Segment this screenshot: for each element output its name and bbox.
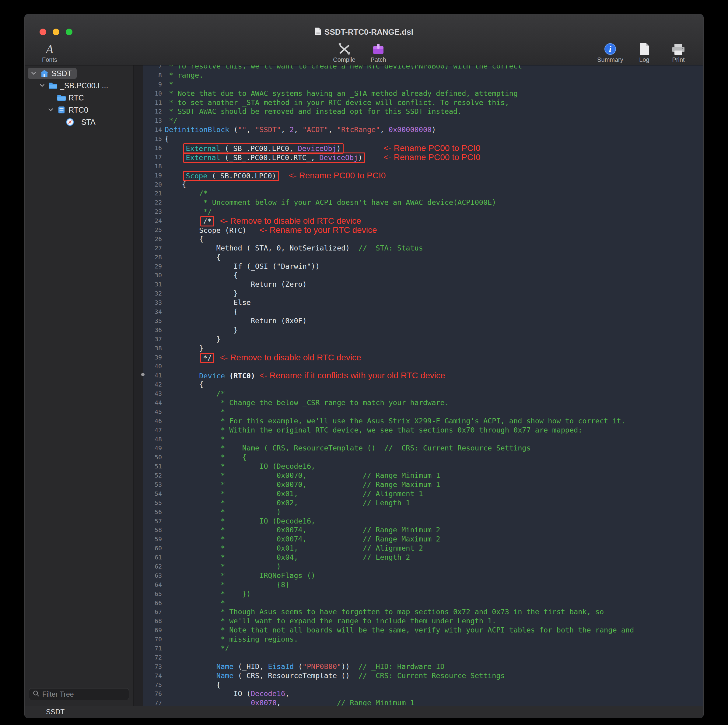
code-line: 50 * { [143, 453, 704, 462]
sidebar-item-sb-pc00-l[interactable]: _SB.PC00.L... [24, 80, 133, 92]
code-text: } [162, 335, 221, 344]
code-line: 70 * missing regions. [143, 635, 704, 644]
annotation-text: <- Remove to disable old RTC device [220, 353, 361, 362]
line-number: 54 [143, 489, 162, 499]
device-icon [56, 106, 67, 114]
sidebar-item-ssdt[interactable]: SSDT [24, 67, 133, 80]
code-line: 25 Scope (RTC) <- Rename to your RTC dev… [143, 226, 704, 235]
code-line: 33 Else [143, 298, 704, 307]
code-text: Else [162, 298, 251, 307]
search-icon [33, 690, 40, 698]
code-text: { [162, 135, 169, 144]
code-text: { [162, 253, 221, 262]
toolbar: A Fonts Compile Patch [24, 33, 704, 63]
code-line: 46 * For this example, we'll use the Asu… [143, 417, 704, 426]
line-number: 66 [143, 599, 162, 608]
summary-button[interactable]: i Summary [593, 41, 627, 63]
code-line: 74 Name (_CRS, ResourceTemplate () // _C… [143, 671, 704, 681]
sidebar-item-sta[interactable]: _STA [24, 116, 133, 128]
chevron-down-icon[interactable] [29, 72, 37, 75]
code-line: 34 { [143, 307, 704, 317]
code-text: If (_OSI ("Darwin")) [162, 262, 320, 271]
code-text: * ) [162, 508, 281, 517]
code-line: 13 */ [143, 116, 704, 125]
code-text: Return (0x0F) [162, 317, 307, 326]
code-text: Return (Zero) [162, 280, 307, 289]
code-line: 35 Return (0x0F) [143, 317, 704, 326]
code-text: */ [162, 116, 177, 125]
code-text [162, 362, 165, 371]
line-number: 50 [143, 453, 162, 462]
sidebar-item-rtc[interactable]: RTC [24, 92, 133, 104]
line-number: 12 [143, 107, 162, 116]
code-text: * 0x02, // Length 1 [162, 499, 410, 508]
annotation-text: <- Rename PC00 to PCI0 [289, 171, 385, 180]
code-line: 16 External (_SB_.PC00.LPC0, DeviceObj) … [143, 144, 704, 153]
code-line: 28 { [143, 253, 704, 262]
code-text: IO (Decode16, [162, 689, 289, 699]
code-line: 62 * ) [143, 562, 704, 571]
splitter-handle-dot[interactable] [141, 373, 145, 376]
compile-button[interactable]: Compile [327, 41, 361, 63]
patch-button[interactable]: Patch [361, 41, 395, 63]
code-line: 29 If (_OSI ("Darwin")) [143, 262, 704, 271]
sidebar-item-rtc0[interactable]: RTC0 [24, 104, 133, 116]
code-line: 65 * }) [143, 590, 704, 599]
sidebar-item-label: RTC0 [69, 106, 88, 115]
code-line: 49 * Name (_CRS, ResourceTemplate () // … [143, 444, 704, 453]
code-line: 12 * SSDT-AWAC should be removed and ins… [143, 107, 704, 116]
code-line: 73 Name (_HID, EisaId ("PNP0B00")) // _H… [143, 662, 704, 671]
line-number: 23 [143, 207, 162, 216]
code-text: * To resolve this, we'll want to create … [162, 66, 522, 71]
code-text: /* [162, 189, 208, 198]
code-text: * {8} [162, 580, 289, 590]
code-text: } [162, 344, 203, 353]
code-text: * Name (_CRS, ResourceTemplate () // _CR… [162, 444, 531, 453]
fonts-button[interactable]: A Fonts [32, 41, 67, 63]
code-line: 14DefinitionBlock ("", "SSDT", 2, "ACDT"… [143, 125, 704, 135]
compile-icon [337, 41, 351, 55]
chevron-down-icon[interactable] [38, 84, 46, 87]
code-line: 59 * 0x0074, // Range Maximum 2 [143, 535, 704, 544]
line-number: 68 [143, 616, 162, 626]
code-text: */ <- Remove to disable old RTC device [162, 353, 361, 362]
line-number: 24 [143, 216, 162, 226]
line-number: 49 [143, 444, 162, 453]
code-text: { [162, 180, 186, 189]
line-number: 21 [143, 189, 162, 198]
code-editor[interactable]: 7 * To resolve this, we'll want to creat… [143, 66, 704, 706]
line-number: 48 [143, 435, 162, 444]
line-number: 19 [143, 171, 162, 180]
code-text: * Note that not all boards will be the s… [162, 626, 634, 635]
code-text: Method (_STA, 0, NotSerialized) // _STA:… [162, 244, 423, 253]
code-text: * 0x04, // Length 2 [162, 553, 410, 562]
log-button[interactable]: Log [627, 41, 661, 63]
chevron-down-icon[interactable] [47, 109, 55, 112]
code-line: 30 { [143, 271, 704, 280]
line-number: 34 [143, 307, 162, 317]
filter-field[interactable] [29, 688, 129, 701]
code-line: 57 * IO (Decode16, [143, 517, 704, 526]
line-number: 59 [143, 535, 162, 544]
line-number: 32 [143, 289, 162, 298]
pane-splitter[interactable] [134, 66, 143, 706]
code-line: 32 } [143, 289, 704, 298]
code-line: 53 * 0x0070, // Range Maximum 1 [143, 480, 704, 489]
code-text: /* [162, 389, 225, 398]
code-line: 71 */ [143, 644, 704, 653]
code-text: * 0x01, // Alignment 1 [162, 489, 423, 499]
code-text: * ) [162, 562, 281, 571]
code-line: 44 * Change the below _CSR range to matc… [143, 398, 704, 408]
code-line: 52 * 0x0070, // Range Minimum 1 [143, 471, 704, 480]
filter-tree-input[interactable] [42, 690, 125, 699]
print-icon [672, 41, 685, 55]
code-line: 8 * range. [143, 71, 704, 80]
code-line: 19 Scope (_SB.PC00.LPC0) <- Rename PC00 … [143, 171, 704, 180]
code-text: 0x0070, // Range Minimum 1 [162, 699, 414, 706]
svg-text:i: i [609, 44, 612, 54]
print-button[interactable]: Print [661, 41, 696, 63]
line-number: 33 [143, 298, 162, 307]
code-text: * 0x01, // Alignment 2 [162, 544, 423, 553]
line-number: 76 [143, 689, 162, 699]
sidebar-item-label: RTC [69, 93, 84, 102]
